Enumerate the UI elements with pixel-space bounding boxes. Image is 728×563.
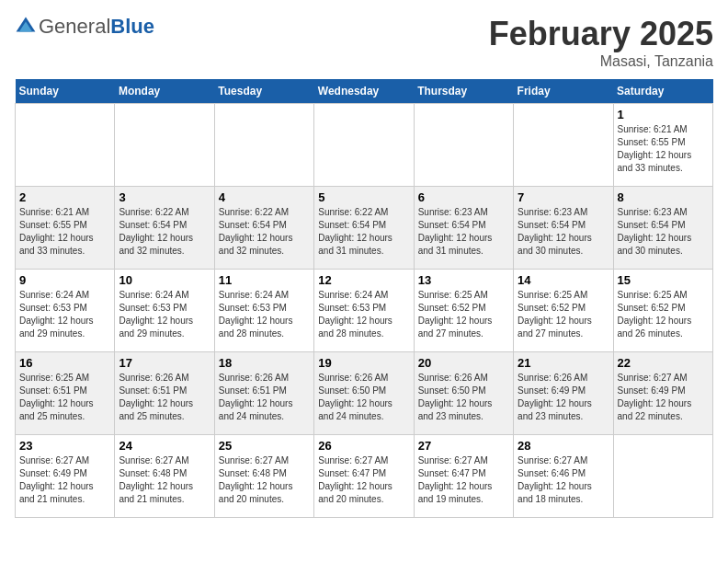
day-info: Sunrise: 6:24 AM Sunset: 6:53 PM Dayligh… bbox=[318, 289, 409, 340]
day-info: Sunrise: 6:23 AM Sunset: 6:54 PM Dayligh… bbox=[418, 206, 509, 258]
day-info: Sunrise: 6:26 AM Sunset: 6:50 PM Dayligh… bbox=[418, 372, 509, 423]
col-header-friday: Friday bbox=[514, 79, 613, 104]
col-header-thursday: Thursday bbox=[414, 79, 513, 104]
day-number: 8 bbox=[618, 190, 709, 204]
day-info: Sunrise: 6:21 AM Sunset: 6:55 PM Dayligh… bbox=[618, 123, 709, 175]
day-info: Sunrise: 6:25 AM Sunset: 6:51 PM Dayligh… bbox=[19, 372, 110, 423]
calendar-cell: 4Sunrise: 6:22 AM Sunset: 6:54 PM Daylig… bbox=[214, 187, 313, 270]
day-info: Sunrise: 6:27 AM Sunset: 6:49 PM Dayligh… bbox=[19, 454, 110, 506]
calendar-cell: 3Sunrise: 6:22 AM Sunset: 6:54 PM Daylig… bbox=[115, 187, 214, 270]
calendar-cell: 5Sunrise: 6:22 AM Sunset: 6:54 PM Daylig… bbox=[314, 187, 414, 270]
day-number: 22 bbox=[618, 356, 709, 370]
day-info: Sunrise: 6:24 AM Sunset: 6:53 PM Dayligh… bbox=[219, 289, 310, 340]
calendar-cell bbox=[414, 104, 513, 187]
calendar-cell: 26Sunrise: 6:27 AM Sunset: 6:47 PM Dayli… bbox=[314, 435, 414, 518]
logo: GeneralBlue bbox=[15, 15, 154, 39]
calendar-cell: 27Sunrise: 6:27 AM Sunset: 6:47 PM Dayli… bbox=[414, 435, 513, 518]
day-info: Sunrise: 6:26 AM Sunset: 6:49 PM Dayligh… bbox=[518, 372, 609, 423]
calendar-cell: 22Sunrise: 6:27 AM Sunset: 6:49 PM Dayli… bbox=[613, 352, 712, 435]
calendar-cell: 10Sunrise: 6:24 AM Sunset: 6:53 PM Dayli… bbox=[115, 270, 214, 352]
calendar-cell: 21Sunrise: 6:26 AM Sunset: 6:49 PM Dayli… bbox=[514, 352, 613, 435]
logo-icon bbox=[15, 16, 37, 38]
day-number: 3 bbox=[119, 190, 210, 204]
day-number: 7 bbox=[518, 190, 609, 204]
day-info: Sunrise: 6:26 AM Sunset: 6:51 PM Dayligh… bbox=[219, 372, 310, 423]
day-info: Sunrise: 6:27 AM Sunset: 6:47 PM Dayligh… bbox=[318, 454, 409, 506]
day-number: 14 bbox=[518, 273, 609, 287]
calendar-cell: 13Sunrise: 6:25 AM Sunset: 6:52 PM Dayli… bbox=[414, 270, 513, 352]
day-number: 16 bbox=[19, 356, 110, 370]
day-info: Sunrise: 6:27 AM Sunset: 6:49 PM Dayligh… bbox=[618, 372, 709, 423]
day-info: Sunrise: 6:25 AM Sunset: 6:52 PM Dayligh… bbox=[518, 289, 609, 340]
day-info: Sunrise: 6:22 AM Sunset: 6:54 PM Dayligh… bbox=[318, 206, 409, 258]
month-year-title: February 2025 bbox=[489, 15, 713, 53]
day-info: Sunrise: 6:27 AM Sunset: 6:48 PM Dayligh… bbox=[119, 454, 210, 506]
calendar-cell: 14Sunrise: 6:25 AM Sunset: 6:52 PM Dayli… bbox=[514, 270, 613, 352]
calendar-cell: 17Sunrise: 6:26 AM Sunset: 6:51 PM Dayli… bbox=[115, 352, 214, 435]
day-number: 4 bbox=[219, 190, 310, 204]
calendar-cell: 15Sunrise: 6:25 AM Sunset: 6:52 PM Dayli… bbox=[613, 270, 712, 352]
day-number: 1 bbox=[618, 108, 709, 121]
col-header-saturday: Saturday bbox=[613, 79, 712, 104]
day-info: Sunrise: 6:23 AM Sunset: 6:54 PM Dayligh… bbox=[618, 206, 709, 258]
location-subtitle: Masasi, Tanzania bbox=[489, 53, 713, 70]
calendar-table: SundayMondayTuesdayWednesdayThursdayFrid… bbox=[15, 79, 713, 518]
calendar-header-row: SundayMondayTuesdayWednesdayThursdayFrid… bbox=[16, 79, 713, 104]
day-number: 9 bbox=[19, 273, 110, 287]
day-number: 25 bbox=[219, 439, 310, 453]
calendar-cell: 12Sunrise: 6:24 AM Sunset: 6:53 PM Dayli… bbox=[314, 270, 414, 352]
week-row-2: 2Sunrise: 6:21 AM Sunset: 6:55 PM Daylig… bbox=[16, 187, 713, 270]
day-number: 28 bbox=[518, 439, 609, 453]
day-number: 11 bbox=[219, 273, 310, 287]
day-info: Sunrise: 6:27 AM Sunset: 6:47 PM Dayligh… bbox=[418, 454, 509, 506]
day-info: Sunrise: 6:26 AM Sunset: 6:50 PM Dayligh… bbox=[318, 372, 409, 423]
calendar-cell: 18Sunrise: 6:26 AM Sunset: 6:51 PM Dayli… bbox=[214, 352, 313, 435]
calendar-cell: 11Sunrise: 6:24 AM Sunset: 6:53 PM Dayli… bbox=[214, 270, 313, 352]
day-info: Sunrise: 6:22 AM Sunset: 6:54 PM Dayligh… bbox=[119, 206, 210, 258]
day-info: Sunrise: 6:23 AM Sunset: 6:54 PM Dayligh… bbox=[518, 206, 609, 258]
calendar-cell bbox=[613, 435, 712, 518]
calendar-cell: 2Sunrise: 6:21 AM Sunset: 6:55 PM Daylig… bbox=[16, 187, 115, 270]
day-info: Sunrise: 6:22 AM Sunset: 6:54 PM Dayligh… bbox=[219, 206, 310, 258]
calendar-cell bbox=[16, 104, 115, 187]
day-number: 17 bbox=[119, 356, 210, 370]
calendar-cell: 7Sunrise: 6:23 AM Sunset: 6:54 PM Daylig… bbox=[514, 187, 613, 270]
day-number: 13 bbox=[418, 273, 509, 287]
calendar-cell: 19Sunrise: 6:26 AM Sunset: 6:50 PM Dayli… bbox=[314, 352, 414, 435]
calendar-cell: 28Sunrise: 6:27 AM Sunset: 6:46 PM Dayli… bbox=[514, 435, 613, 518]
col-header-monday: Monday bbox=[115, 79, 214, 104]
day-info: Sunrise: 6:24 AM Sunset: 6:53 PM Dayligh… bbox=[19, 289, 110, 340]
day-number: 19 bbox=[318, 356, 409, 370]
day-number: 5 bbox=[318, 190, 409, 204]
week-row-3: 9Sunrise: 6:24 AM Sunset: 6:53 PM Daylig… bbox=[16, 270, 713, 352]
day-info: Sunrise: 6:27 AM Sunset: 6:48 PM Dayligh… bbox=[219, 454, 310, 506]
logo-blue-text: Blue bbox=[110, 15, 154, 38]
calendar-cell: 9Sunrise: 6:24 AM Sunset: 6:53 PM Daylig… bbox=[16, 270, 115, 352]
col-header-tuesday: Tuesday bbox=[214, 79, 313, 104]
day-number: 6 bbox=[418, 190, 509, 204]
title-block: February 2025 Masasi, Tanzania bbox=[489, 15, 713, 70]
day-number: 2 bbox=[19, 190, 110, 204]
day-info: Sunrise: 6:25 AM Sunset: 6:52 PM Dayligh… bbox=[418, 289, 509, 340]
col-header-wednesday: Wednesday bbox=[314, 79, 414, 104]
calendar-cell: 8Sunrise: 6:23 AM Sunset: 6:54 PM Daylig… bbox=[613, 187, 712, 270]
day-info: Sunrise: 6:26 AM Sunset: 6:51 PM Dayligh… bbox=[119, 372, 210, 423]
day-info: Sunrise: 6:27 AM Sunset: 6:46 PM Dayligh… bbox=[518, 454, 609, 506]
calendar-cell bbox=[314, 104, 414, 187]
day-info: Sunrise: 6:25 AM Sunset: 6:52 PM Dayligh… bbox=[618, 289, 709, 340]
day-number: 12 bbox=[318, 273, 409, 287]
calendar-cell: 1Sunrise: 6:21 AM Sunset: 6:55 PM Daylig… bbox=[613, 104, 712, 187]
logo-general-text: General bbox=[39, 15, 110, 38]
calendar-cell bbox=[514, 104, 613, 187]
calendar-cell bbox=[214, 104, 313, 187]
day-number: 24 bbox=[119, 439, 210, 453]
calendar-cell bbox=[115, 104, 214, 187]
col-header-sunday: Sunday bbox=[16, 79, 115, 104]
week-row-5: 23Sunrise: 6:27 AM Sunset: 6:49 PM Dayli… bbox=[16, 435, 713, 518]
page-header: GeneralBlue February 2025 Masasi, Tanzan… bbox=[15, 15, 713, 70]
day-number: 15 bbox=[618, 273, 709, 287]
week-row-1: 1Sunrise: 6:21 AM Sunset: 6:55 PM Daylig… bbox=[16, 104, 713, 187]
day-number: 21 bbox=[518, 356, 609, 370]
calendar-cell: 24Sunrise: 6:27 AM Sunset: 6:48 PM Dayli… bbox=[115, 435, 214, 518]
calendar-cell: 6Sunrise: 6:23 AM Sunset: 6:54 PM Daylig… bbox=[414, 187, 513, 270]
